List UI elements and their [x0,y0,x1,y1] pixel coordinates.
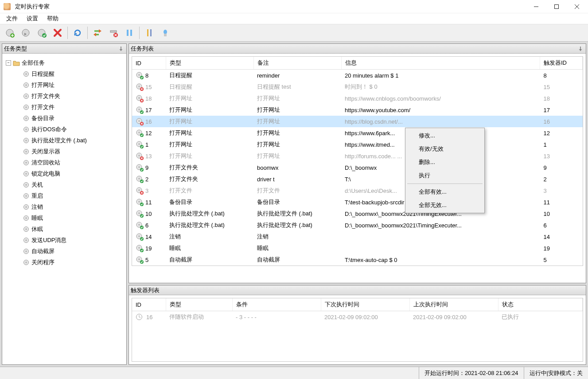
task-note: 执行批处理文件 (.bat) [253,208,341,219]
col-trigger-id[interactable]: 触发器ID [540,57,583,70]
table-row[interactable]: 19睡眠睡眠19 [132,242,583,254]
task-table[interactable]: ID 类型 备注 信息 触发器ID 8日程提醒reminder20 minute… [132,57,583,266]
tcol-next[interactable]: 下次执行时间 [321,298,409,311]
table-row[interactable]: 14注销注销14 [132,231,583,242]
menu-modify[interactable]: 修改... [406,129,483,142]
task-trigger-id: 15 [540,81,583,93]
table-row[interactable]: 16打开网址打开网址https://blog.csdn.net/...16 [132,116,583,127]
tree-item[interactable]: 备份目录 [4,113,125,124]
delete-task-button[interactable] [51,26,65,40]
menu-disable-all[interactable]: 全部无效... [406,199,483,212]
tools-button[interactable] [142,26,156,40]
folder-icon [13,59,20,66]
table-row[interactable]: 3打开文件打开文件d:\Users\Leo\Desk...3 [132,185,583,196]
tree-item-label: 执行批处理文件 (.bat) [31,137,87,145]
about-button[interactable] [158,26,172,40]
tree-root-label: 全部任务 [22,59,45,67]
add-task-button[interactable] [3,26,17,40]
task-trigger-id: 5 [540,254,583,266]
col-info[interactable]: 信息 [341,57,540,70]
tree-item[interactable]: 打开网址 [4,79,125,90]
stop-button[interactable] [106,26,121,40]
col-id[interactable]: ID [132,57,166,70]
svg-point-42 [25,206,27,208]
task-status-icon [136,106,144,114]
tree-item[interactable]: 休眠 [4,223,125,234]
menu-toggle-enabled[interactable]: 有效/无效 [406,142,483,156]
tree-item[interactable]: 打开文件夹 [4,90,125,102]
edit-task-button[interactable] [19,26,33,40]
menu-delete[interactable]: 删除... [406,156,483,169]
tree-item[interactable]: 日程提醒 [4,68,125,79]
enable-task-button[interactable] [35,26,49,40]
tree-item[interactable]: 打开文件 [4,102,125,113]
menu-help[interactable]: 帮助 [43,13,63,24]
tcol-prev[interactable]: 上次执行时间 [409,298,498,311]
clock-icon [136,313,143,320]
table-row[interactable]: 8日程提醒reminder20 minutes alarm $ 18 [132,70,583,82]
tree-item[interactable]: 关机 [4,179,125,190]
table-row[interactable]: 5自动截屏自动截屏T:\tmex-auto-cap $ 05 [132,254,583,266]
minimize-button[interactable] [526,0,546,13]
menu-settings[interactable]: 设置 [22,13,43,24]
run-button[interactable] [90,26,105,40]
svg-point-81 [138,178,140,180]
tree-item[interactable]: 关闭显示器 [4,146,125,157]
status-mode: 运行中 | 安静模式：关 [524,367,588,379]
pin-icon[interactable] [117,45,125,52]
tree-item[interactable]: 自动截屏 [4,246,125,257]
menu-enable-all[interactable]: 全部有效... [406,185,483,199]
tree-item-label: 重启 [31,192,43,200]
tree-item[interactable]: 发送UDP消息 [4,234,125,246]
tree-item[interactable]: 执行DOS命令 [4,124,125,135]
table-row[interactable]: 15日程提醒日程提醒 test时间到！ $ 015 [132,81,583,93]
col-note[interactable]: 备注 [253,57,341,70]
tree-item[interactable]: 执行批处理文件 (.bat) [4,135,125,146]
tree-item-label: 执行DOS命令 [31,125,67,133]
collapse-icon[interactable]: − [6,60,11,66]
task-note: 注销 [253,231,341,242]
table-row[interactable]: 17打开网址打开网址https://www.youtube.com/17 [132,104,583,116]
tree-item[interactable]: 重启 [4,190,125,201]
tree-item-label: 备份目录 [31,114,55,122]
table-row[interactable]: 2打开文件夹driver tT:\2 [132,173,583,185]
tree-item[interactable]: 睡眠 [4,212,125,223]
refresh-button[interactable] [70,26,85,40]
task-status-icon [136,129,144,137]
table-row[interactable]: 13打开网址打开网址http://forums.code... ...13 [132,150,583,162]
svg-point-15 [164,30,167,34]
maximize-button[interactable] [546,0,567,13]
pin-icon[interactable] [577,45,584,52]
tcol-id[interactable]: ID [132,298,166,311]
svg-point-90 [138,212,140,214]
col-type[interactable]: 类型 [166,57,253,70]
table-row[interactable]: 6执行批处理文件 (.bat)执行批处理文件 (.bat)D:\_boomwx\… [132,219,583,231]
svg-rect-11 [127,30,129,36]
tree-root[interactable]: − 全部任务 [4,57,125,68]
task-note: 睡眠 [253,242,341,254]
menu-run[interactable]: 执行 [406,169,483,182]
svg-point-69 [138,132,140,133]
tree-item[interactable]: 注销 [4,201,125,212]
task-trigger-id: 11 [540,196,583,208]
tree-item[interactable]: 清空回收站 [4,157,125,168]
table-row[interactable]: 9打开文件夹boomwxD:\_boomwx9 [132,162,583,173]
task-type-tree[interactable]: − 全部任务 日程提醒打开网址打开文件夹打开文件备份目录执行DOS命令执行批处理… [4,56,125,268]
tcol-state[interactable]: 状态 [498,298,583,311]
svg-point-18 [25,73,27,75]
trigger-row[interactable]: 16 伴随软件启动 - 3 - - - - 2021-02-09 09:02:0… [132,311,583,323]
table-row[interactable]: 18打开网址打开网址https://www.cnblogs.com/boomwo… [132,93,583,104]
tree-item[interactable]: 关闭程序 [4,257,125,268]
table-row[interactable]: 1打开网址打开网址https://www.itmed...1 [132,139,583,150]
menu-file[interactable]: 文件 [2,13,22,24]
tcol-type[interactable]: 类型 [166,298,232,311]
table-row[interactable]: 11备份目录备份目录T:\test-backupjob-srcdir $ T:\… [132,196,583,208]
trigger-table[interactable]: ID 类型 条件 下次执行时间 上次执行时间 状态 16 伴随软件启动 - 3 … [132,298,583,323]
close-button[interactable] [567,0,587,13]
pause-button[interactable] [122,26,136,40]
table-row[interactable]: 10执行批处理文件 (.bat)执行批处理文件 (.bat)D:\_boomwx… [132,208,583,219]
table-row[interactable]: 12打开网址打开网址https://www.6park...12 [132,127,583,139]
status-start-time: 开始运行时间：2021-02-08 21:06:24 [419,367,524,379]
tcol-cond[interactable]: 条件 [232,298,321,311]
tree-item[interactable]: 锁定此电脑 [4,168,125,179]
